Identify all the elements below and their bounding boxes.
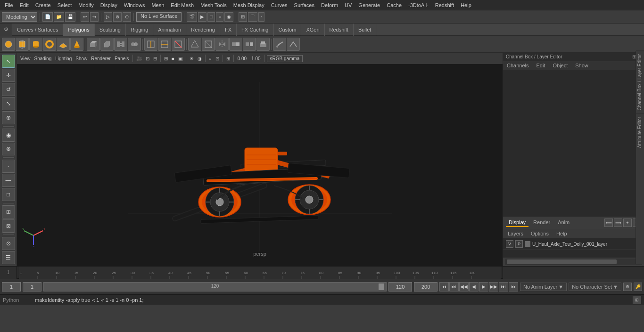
tab-custom[interactable]: Custom (274, 24, 302, 36)
live-surface-btn[interactable]: No Live Surface (136, 12, 182, 22)
shelf-combine[interactable] (229, 38, 242, 51)
vp-textured-btn[interactable]: ▣ (177, 54, 184, 63)
move-tool-btn[interactable]: ✛ (2, 69, 15, 82)
vp-wireframe-btn[interactable]: ⊞ (163, 54, 169, 63)
cb-tab-channels[interactable]: Channels (503, 61, 532, 70)
layer-add-btn[interactable]: + (623, 219, 632, 227)
undo-btn[interactable]: ↩ (81, 12, 89, 22)
scale-tool-btn[interactable]: ⤡ (2, 97, 15, 110)
vp-solid-btn[interactable]: ■ (170, 54, 176, 63)
snap-point-btn[interactable]: · (258, 12, 264, 22)
layer-scrollbar-thumb[interactable] (507, 259, 617, 264)
gamma-selector[interactable]: sRGB gamma (267, 55, 303, 62)
menu-help[interactable]: Help (458, 1, 474, 9)
menu-create[interactable]: Create (33, 1, 54, 9)
menu-deform[interactable]: Deform (318, 1, 341, 9)
shelf-extract[interactable] (256, 38, 270, 51)
menu-mesh[interactable]: Mesh (149, 1, 167, 9)
render-view-btn[interactable]: 🎬 (187, 12, 197, 22)
vp-renderer-menu[interactable]: Renderer (90, 54, 112, 63)
layer-playback-btn[interactable]: P (515, 240, 523, 248)
layer-color-swatch[interactable] (525, 241, 530, 247)
menu-surfaces[interactable]: Surfaces (291, 1, 317, 9)
transport-next-key[interactable]: ⏭ (499, 282, 508, 292)
menu-cache[interactable]: Cache (384, 1, 405, 9)
redo-btn[interactable]: ↪ (90, 12, 99, 22)
layer-tab-render[interactable]: Render (530, 219, 553, 227)
layer-scrollbar[interactable] (505, 259, 642, 265)
select-tool-btn[interactable]: ▷ (104, 12, 112, 22)
shelf-mirror[interactable] (215, 38, 229, 51)
shelf-cylinder[interactable] (29, 38, 42, 51)
soft-select-btn[interactable]: ◉ (2, 129, 15, 142)
tab-fx[interactable]: FX (220, 24, 237, 36)
vp-shadow-btn[interactable]: ◑ (196, 54, 203, 63)
vp-bounding-btn[interactable]: ⊡ (214, 54, 221, 63)
vp-show-menu[interactable]: Show (74, 54, 89, 63)
tab-xgen[interactable]: XGen (301, 24, 324, 36)
script-settings-btn[interactable]: ⊞ (633, 296, 641, 304)
menu-3dtoa[interactable]: -3DtoAll- (405, 1, 431, 9)
tab-rendering[interactable]: Rendering (186, 24, 220, 36)
lasso-sel-btn[interactable]: ⊗ (2, 143, 15, 156)
menu-edit[interactable]: Edit (17, 1, 32, 9)
menu-uv[interactable]: UV (342, 1, 355, 9)
timeline-range-bar[interactable]: 120 (43, 282, 387, 292)
range-start-input[interactable] (388, 282, 412, 292)
lasso-tool-btn[interactable]: ⊗ (113, 12, 122, 22)
layer-visibility-btn[interactable]: V (506, 240, 513, 248)
menu-mesh-display[interactable]: Mesh Display (231, 1, 267, 9)
shelf-crease[interactable] (287, 38, 300, 51)
menu-display[interactable]: Display (98, 1, 120, 9)
vp-persp-btn[interactable]: ⊡ (144, 54, 151, 63)
transport-play[interactable]: ▶ (479, 282, 488, 292)
shelf-cube[interactable] (16, 38, 29, 51)
vp-iso-btn[interactable]: ⊟ (152, 54, 158, 63)
shelf-bridge[interactable] (114, 38, 127, 51)
start-frame-input[interactable] (23, 282, 41, 292)
tab-fx-caching[interactable]: FX Caching (237, 24, 273, 36)
shelf-triangulate[interactable] (188, 38, 201, 51)
no-char-set-btn[interactable]: No Character Set ▼ (569, 283, 621, 291)
shelf-cone[interactable] (70, 38, 83, 51)
menu-generate[interactable]: Generate (355, 1, 383, 9)
menu-file[interactable]: File (2, 1, 16, 9)
cb-tab-edit[interactable]: Edit (532, 61, 549, 70)
outliner-btn[interactable]: ☰ (2, 251, 15, 264)
paint-sel-btn[interactable]: ⊙ (123, 12, 131, 22)
face-mode-btn[interactable]: □ (2, 188, 15, 201)
transport-go-start[interactable]: ⏮ (439, 282, 449, 292)
transform-tool-btn[interactable]: ⊕ (2, 111, 15, 124)
transport-prev-key[interactable]: ⏭ (449, 282, 459, 292)
tab-curves-surfaces[interactable]: Curves / Surfaces (12, 24, 63, 36)
snap-curve-btn[interactable]: ⌒ (248, 12, 257, 22)
transport-back[interactable]: ◀ (469, 282, 479, 292)
layer-arrow-left-btn[interactable]: ⟸ (604, 219, 613, 227)
shelf-split-poly[interactable] (144, 38, 157, 51)
shelf-sculpt[interactable] (273, 38, 286, 51)
layer-tab-anim[interactable]: Anim (555, 219, 572, 227)
open-scene-btn[interactable]: 📁 (54, 12, 64, 22)
no-anim-layer-btn[interactable]: No Anim Layer ▼ (520, 283, 567, 291)
shelf-separate[interactable] (243, 38, 256, 51)
vp-panels-menu[interactable]: Panels (113, 54, 131, 63)
vp-grid-btn[interactable]: ⊞ (225, 54, 231, 63)
vp-shading-menu[interactable]: Shading (33, 54, 53, 63)
range-end-input[interactable] (414, 282, 438, 292)
shelf-delete-edge[interactable] (172, 38, 185, 51)
help-subtab[interactable]: Help (553, 230, 570, 237)
tabs-settings-icon[interactable]: ⚙ (0, 24, 12, 36)
layer-tab-display[interactable]: Display (506, 219, 528, 227)
tab-bullet[interactable]: Bullet (354, 24, 377, 36)
menu-modify[interactable]: Modify (75, 1, 96, 9)
timeline-ruler[interactable]: 1 5 10 15 20 25 30 35 40 45 50 (19, 267, 501, 279)
menu-mesh-tools[interactable]: Mesh Tools (198, 1, 229, 9)
vlabel-channel-box[interactable]: Channel Box / Layer Editor (636, 51, 644, 113)
layers-subtab[interactable]: Layers (505, 230, 526, 237)
rs1-btn[interactable]: □ (207, 12, 215, 22)
vp-camera-btn[interactable]: 🎥 (135, 54, 143, 63)
cb-tab-object[interactable]: Object (549, 61, 571, 70)
vp-smooth-btn[interactable]: ○ (207, 54, 213, 63)
anim-settings-btn[interactable]: ⚙ (623, 283, 632, 291)
menu-redshift[interactable]: Redshift (432, 1, 457, 9)
